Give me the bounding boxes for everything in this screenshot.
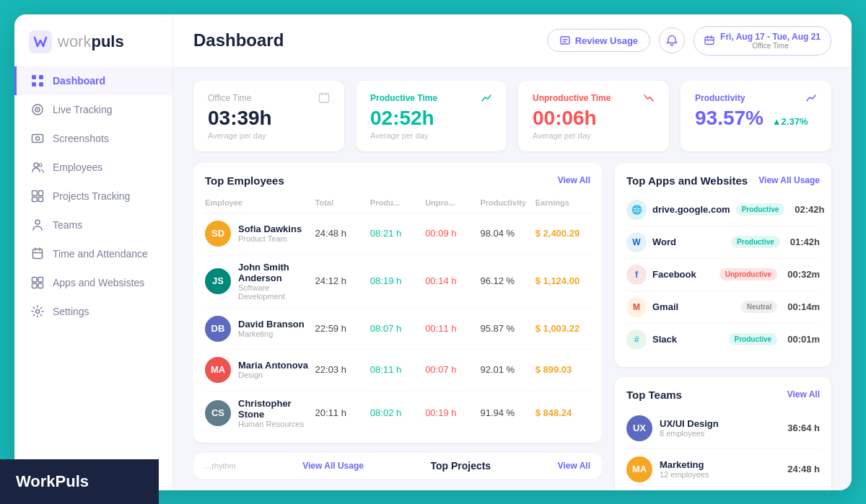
app-icon: W <box>626 232 647 252</box>
svg-rect-29 <box>705 37 714 45</box>
sidebar-item-label: Screenshots <box>53 133 109 144</box>
sidebar-item-label: Teams <box>53 219 82 231</box>
trend-up-icon <box>481 92 492 104</box>
productivity-pct: 91.94 % <box>480 407 535 418</box>
sidebar-item-employees[interactable]: Employees <box>14 153 172 182</box>
notification-button[interactable] <box>659 27 685 53</box>
earnings: $ 2,400.29 <box>535 228 590 239</box>
earnings: $ 1,124.00 <box>535 275 590 286</box>
nav: Dashboard Live Tracking Screenshots <box>14 66 172 490</box>
sidebar-item-live-tracking[interactable]: Live Tracking <box>14 95 172 124</box>
total-hours: 22:59 h <box>315 323 370 334</box>
sidebar-item-label: Projects Tracking <box>53 190 130 202</box>
view-all-projects-link[interactable]: View All <box>558 461 590 471</box>
teams-list: UX UX/UI Design 8 employees 36:64 h MA M… <box>626 408 820 490</box>
stats-row: Office Time 03:39h Average per day Produ… <box>173 68 852 151</box>
svg-rect-14 <box>39 190 43 195</box>
sidebar-item-apps-websites[interactable]: Apps and Websistes <box>14 268 172 297</box>
svg-rect-33 <box>320 94 329 102</box>
employee-name: Maria Antonova <box>238 360 308 371</box>
app-row[interactable]: # Slack Productive 00:01m <box>626 324 820 355</box>
employee-info: CS Christopher Stone Human Resources <box>205 398 315 428</box>
avatar: SD <box>205 221 231 247</box>
review-usage-button[interactable]: Review Usage <box>547 29 650 52</box>
dashboard-icon <box>31 74 44 87</box>
unproductive-hours: 00:09 h <box>425 228 480 239</box>
team-avatar: MA <box>626 456 652 482</box>
sidebar-item-settings[interactable]: Settings <box>14 297 172 326</box>
app-time: 02:42h <box>795 204 824 215</box>
stat-value: 93.57% ▲2.37% <box>695 107 817 130</box>
app-badge: Productive <box>736 203 785 216</box>
svg-point-25 <box>36 309 40 313</box>
team-row[interactable]: MA Marketing 12 employees 24:48 h <box>626 449 820 490</box>
employee-details: Sofia Dawkins Product Team <box>238 224 302 243</box>
sidebar: workpuls Dashboard Live Tracking <box>14 14 173 490</box>
app-row[interactable]: M Gmail Neutral 00:14m <box>626 291 820 324</box>
logo-text: workpuls <box>58 32 124 51</box>
app-badge: Productive <box>731 236 780 248</box>
sidebar-item-dashboard[interactable]: Dashboard <box>14 66 172 95</box>
productivity-pct: 92.01 % <box>480 364 535 375</box>
employee-details: David Branson Marketing <box>238 319 305 338</box>
view-all-teams[interactable]: View All <box>787 389 820 399</box>
productivity-icon <box>805 92 817 104</box>
stat-value: 00:06h <box>533 107 655 130</box>
card-title: Top Teams <box>626 389 682 401</box>
card-header: Top Employees View All <box>205 174 590 187</box>
svg-rect-2 <box>39 75 43 79</box>
card-title: Top Employees <box>205 174 284 187</box>
sidebar-item-teams[interactable]: Teams <box>14 211 172 239</box>
app-time: 00:32m <box>787 269 820 280</box>
sidebar-item-label: Settings <box>53 306 89 317</box>
sidebar-item-label: Live Tracking <box>53 104 112 115</box>
employee-name: Christopher Stone <box>238 398 315 420</box>
svg-rect-1 <box>32 75 36 79</box>
top-projects-label: Top Projects <box>430 460 491 472</box>
employee-info: MA Maria Antonova Design <box>205 357 315 383</box>
date-range-button[interactable]: Fri, Aug 17 - Tue, Aug 21 Office Time <box>694 26 831 56</box>
apps-icon <box>31 276 44 289</box>
app-row[interactable]: f Facebook Unproductive 00:32m <box>626 259 820 291</box>
productive-hours: 08:11 h <box>370 364 425 375</box>
employee-name: David Branson <box>238 319 305 330</box>
table-row[interactable]: JS John Smith Anderson Software Developm… <box>205 255 590 309</box>
sidebar-item-time-attendance[interactable]: Time and Attendance <box>14 239 172 268</box>
calendar-icon <box>704 35 714 45</box>
team-row[interactable]: UX UX/UI Design 8 employees 36:64 h <box>626 408 820 449</box>
page-title: Dashboard <box>193 30 284 50</box>
app-row[interactable]: 🌐 drive.google.com Productive 02:42h <box>626 194 820 226</box>
table-row[interactable]: SD Sofia Dawkins Product Team 24:48 h 08… <box>205 213 590 255</box>
employee-dept: Product Team <box>238 234 302 243</box>
content-area: Top Employees View All Employee Total Pr… <box>173 151 852 490</box>
app-row[interactable]: W Word Productive 01:42h <box>626 226 820 259</box>
view-all-usage-link[interactable]: View All Usage <box>302 461 364 471</box>
view-all-employees[interactable]: View All <box>558 175 590 185</box>
view-all-apps[interactable]: View All Usage <box>758 175 820 185</box>
svg-rect-23 <box>32 283 38 288</box>
earnings: $ 848.24 <box>535 407 590 418</box>
earnings: $ 899.03 <box>535 364 590 375</box>
svg-rect-13 <box>32 197 38 201</box>
table-row[interactable]: DB David Branson Marketing 22:59 h 08:07… <box>205 309 590 350</box>
trend-down-icon <box>643 92 655 104</box>
employee-info: SD Sofia Dawkins Product Team <box>205 221 315 247</box>
right-panel: Top Apps and Websites View All Usage 🌐 d… <box>615 163 831 479</box>
time-icon <box>31 247 44 260</box>
office-time-icon <box>318 92 330 104</box>
main-content: Dashboard Review Usage Fri, Aug 17 - Tue… <box>173 14 852 490</box>
topbar-actions: Review Usage Fri, Aug 17 - Tue, Aug 21 O… <box>547 26 831 56</box>
sidebar-item-label: Apps and Websistes <box>53 277 144 288</box>
sidebar-item-screenshots[interactable]: Screenshots <box>14 124 172 153</box>
employee-info: JS John Smith Anderson Software Developm… <box>205 262 315 301</box>
table-row[interactable]: MA Maria Antonova Design 22:03 h 08:11 h… <box>205 350 590 391</box>
live-tracking-icon <box>31 103 44 116</box>
stat-unproductive-time: Unproductive Time 00:06h Average per day <box>518 81 669 151</box>
app-icon: 🌐 <box>626 200 647 220</box>
bell-icon <box>666 35 678 46</box>
sidebar-footer-brand: WorkPuls <box>0 459 159 504</box>
app-icon: # <box>626 330 647 350</box>
table-row[interactable]: CS Christopher Stone Human Resources 20:… <box>205 391 590 436</box>
sidebar-item-projects-tracking[interactable]: Projects Tracking <box>14 182 172 211</box>
employee-info: DB David Branson Marketing <box>205 316 315 342</box>
